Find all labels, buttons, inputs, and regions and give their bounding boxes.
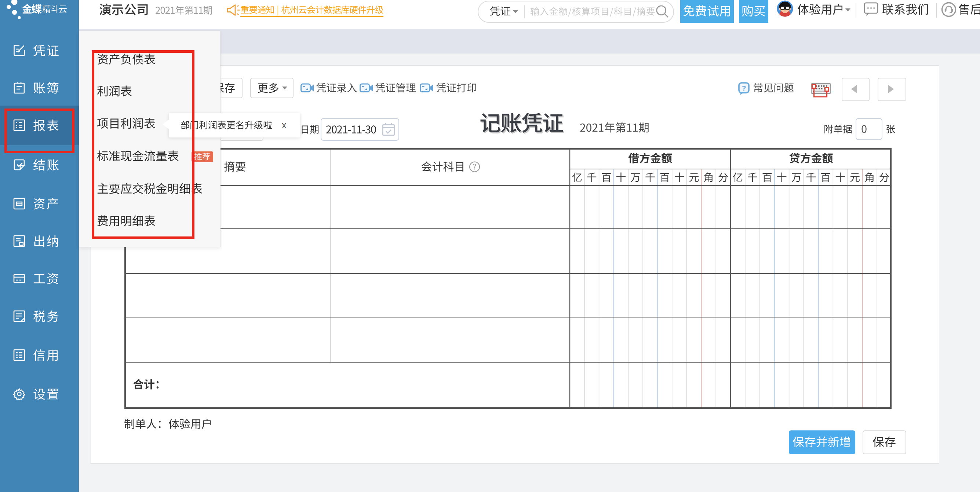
svg-text:?: ? [742, 84, 746, 92]
